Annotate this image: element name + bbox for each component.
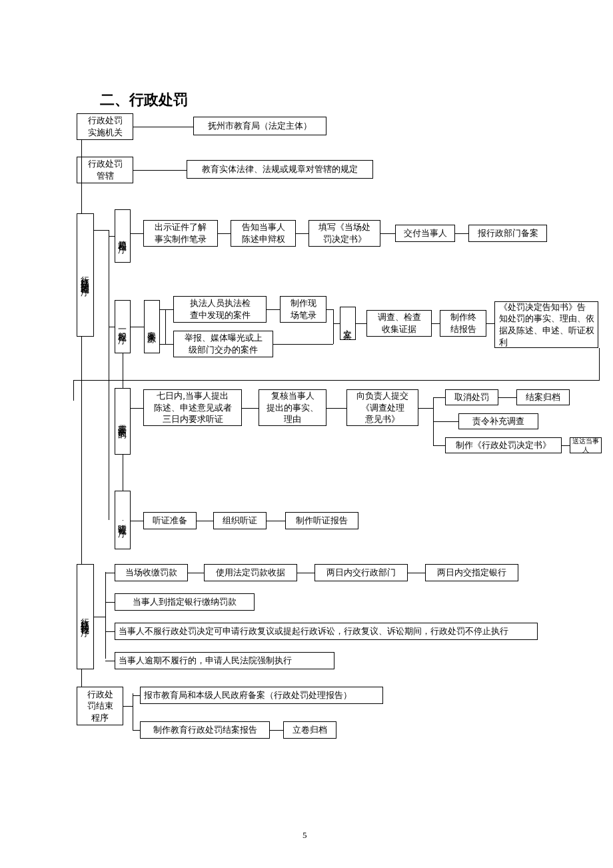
case-src-b: 举报、媒体曝光或上 级部门交办的案件 xyxy=(173,331,273,357)
exec-f2: 当事人不服行政处罚决定可申请行政复议或提起行政诉讼，行政复议、诉讼期间，行政处罚… xyxy=(115,623,538,640)
page-title: 二、行政处罚 xyxy=(100,90,188,110)
exec-e3: 两日内交行政部门 xyxy=(314,564,408,581)
exec-e1: 当场收缴罚款 xyxy=(115,564,188,581)
node-end-proc: 行政处 罚结束 程序 xyxy=(77,687,123,725)
node-agency-detail: 抚州市教育局（法定主体） xyxy=(193,117,326,135)
gen-b1: 制作现 场笔录 xyxy=(280,296,326,323)
simple-step5: 报行政部门备案 xyxy=(468,225,547,242)
node-need-hearing: 需要听证的 xyxy=(115,388,131,455)
case-src-a: 执法人员执法检 查中发现的案件 xyxy=(173,296,267,323)
hear-h6: 制作《行政处罚决定书》 xyxy=(445,437,562,453)
node-general-proc: 一般程序 xyxy=(115,300,131,353)
exec-e2: 使用法定罚款收据 xyxy=(204,564,297,581)
gen-b5: 《处罚决定告知书》告 知处罚的事实、理由、依 据及陈述、申述、听证权 利 xyxy=(494,301,598,348)
exec-f1: 当事人到指定银行缴纳罚款 xyxy=(115,593,255,611)
exec-f3: 当事人逾期不履行的，申请人民法院强制执行 xyxy=(115,652,334,669)
case-source: 案件来源 xyxy=(144,300,160,353)
proc-p3: 制作听证报告 xyxy=(285,512,358,529)
hear-h5: 责令补充调查 xyxy=(458,413,538,429)
node-jurisdiction: 行政处罚 管辖 xyxy=(77,157,133,183)
hear-h3: 向负责人提交 《调查处理 意见书》 xyxy=(346,389,418,426)
end-g2: 制作教育行政处罚结案报告 xyxy=(140,721,270,739)
gen-b2: 立案 xyxy=(340,307,356,340)
node-exec-proc: 行政处罚执行程序 xyxy=(77,564,94,669)
node-jurisdiction-detail: 教育实体法律、法规或规章对管辖的规定 xyxy=(187,160,373,179)
simple-step1: 出示证件了解 事实制作笔录 xyxy=(143,220,218,247)
gen-b4: 制作终 结报告 xyxy=(440,310,486,337)
proc-p1: 听证准备 xyxy=(143,512,197,529)
hear-h1: 七日内,当事人提出 陈述、申述意见或者 三日内要求听证 xyxy=(143,389,242,426)
hear-h4a: 取消处罚 xyxy=(445,389,498,405)
simple-step2: 告知当事人 陈述申辩权 xyxy=(231,220,296,247)
end-g3: 立卷归档 xyxy=(283,721,336,739)
node-decision-procedure: 行政处罚决定的程序 xyxy=(77,213,94,337)
hear-h7: 送达当事人 xyxy=(570,437,602,453)
proc-p2: 组织听证 xyxy=(213,512,267,529)
hear-h4b: 结案归档 xyxy=(516,389,570,405)
end-g1: 报市教育局和本级人民政府备案（行政处罚处理报告） xyxy=(140,687,383,704)
node-agency: 行政处罚 实施机关 xyxy=(77,113,133,140)
simple-step3: 填写《当场处 罚决定书》 xyxy=(308,220,380,247)
exec-e4: 两日内交指定银行 xyxy=(425,564,518,581)
page-number: 5 xyxy=(303,830,307,841)
gen-b3: 调查、检查 收集证据 xyxy=(366,310,432,337)
node-simple-proc: 简易程序 xyxy=(115,209,131,263)
simple-step4: 交付当事人 xyxy=(395,225,455,242)
hear-h2: 复核当事人 提出的事实、 理由 xyxy=(259,389,326,426)
